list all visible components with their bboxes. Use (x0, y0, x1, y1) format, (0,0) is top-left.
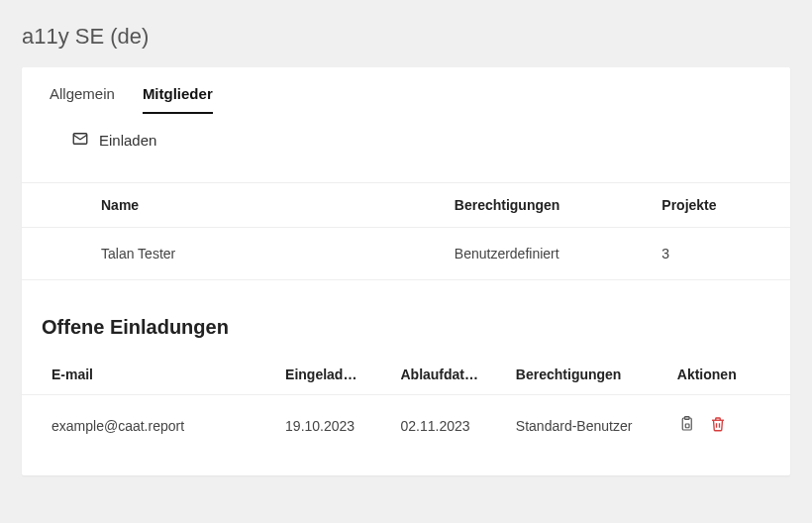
cell-inv-permissions: Standard-Benutzer (506, 395, 667, 457)
cell-expires: 02.11.2023 (390, 395, 505, 457)
open-invitations-title: Offene Einladungen (22, 280, 790, 355)
table-row: example@caat.report 19.10.2023 02.11.202… (22, 395, 790, 457)
cell-projects: 3 (652, 228, 790, 280)
invite-button[interactable]: Einladen (22, 114, 790, 182)
cell-email: example@caat.report (22, 395, 275, 457)
members-card: Allgemein Mitglieder Einladen Name Berec… (22, 67, 790, 475)
clipboard-icon[interactable] (677, 415, 695, 436)
col-actions: Aktionen (667, 355, 790, 395)
cell-invited: 19.10.2023 (275, 395, 390, 457)
col-name: Name (22, 183, 445, 228)
invitations-header-row: E-mail Eingelad… Ablaufdat… Berechtigung… (22, 355, 790, 395)
col-projects: Projekte (652, 183, 790, 228)
trash-icon[interactable] (709, 415, 727, 436)
col-email: E-mail (22, 355, 275, 395)
tab-general[interactable]: Allgemein (50, 85, 115, 114)
invite-label: Einladen (99, 132, 156, 149)
mail-icon (71, 130, 89, 151)
members-header-row: Name Berechtigungen Projekte (22, 183, 790, 228)
table-row[interactable]: Talan Tester Benutzerdefiniert 3 (22, 228, 790, 280)
cell-name: Talan Tester (22, 228, 445, 280)
col-inv-permissions: Berechtigungen (506, 355, 667, 395)
cell-permissions: Benutzerdefiniert (445, 228, 653, 280)
members-table: Name Berechtigungen Projekte Talan Teste… (22, 182, 790, 280)
col-permissions: Berechtigungen (445, 183, 653, 228)
invitations-table: E-mail Eingelad… Ablaufdat… Berechtigung… (22, 355, 790, 456)
col-expires: Ablaufdat… (390, 355, 505, 395)
tab-members[interactable]: Mitglieder (143, 85, 213, 114)
svg-rect-3 (685, 424, 689, 428)
cell-actions (667, 395, 790, 457)
tabs: Allgemein Mitglieder (22, 67, 790, 114)
col-invited: Eingelad… (275, 355, 390, 395)
page-title: a11y SE (de) (0, 0, 812, 67)
